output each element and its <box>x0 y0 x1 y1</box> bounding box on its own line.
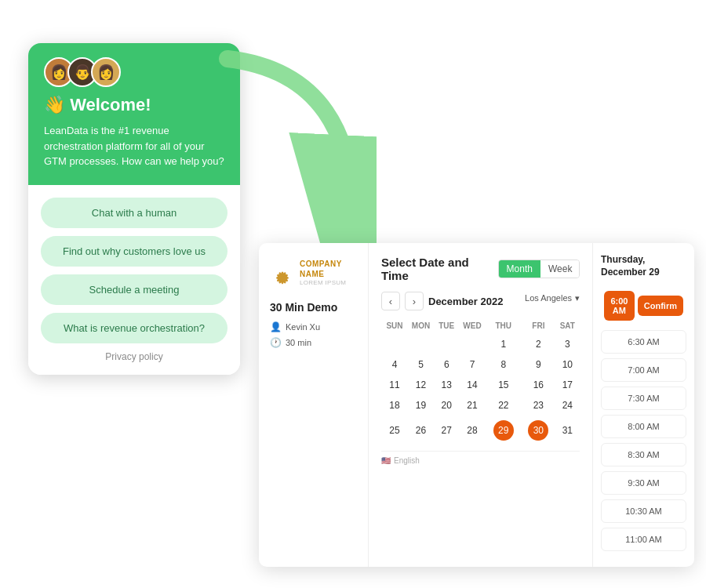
company-sub: LOREM IPSUM <box>300 279 357 287</box>
table-row: 4 5 6 7 8 9 10 <box>383 355 578 374</box>
demo-title: 30 Min Demo <box>270 301 357 314</box>
cal-day[interactable]: 10 <box>557 355 578 374</box>
calendar-main: Select Date and Time Month Week ‹ › Dece… <box>369 243 592 567</box>
chat-human-button[interactable]: Chat with a human <box>41 198 227 228</box>
arrow-decoration <box>204 43 377 263</box>
cal-day[interactable]: 17 <box>557 376 578 394</box>
cal-day[interactable]: 2 <box>522 335 555 354</box>
chat-description: LeanData is the #1 revenue orchestration… <box>44 123 224 169</box>
welcome-text: Welcome! <box>70 95 151 114</box>
cal-day[interactable]: 5 <box>408 355 434 374</box>
time-slot-selected[interactable]: 6:00 AM Confirm <box>601 286 686 325</box>
revenue-orchestration-button[interactable]: What is revenue orchestration? <box>41 313 227 343</box>
calendar-widget: COMPANY NAME LOREM IPSUM 30 Min Demo 👤 K… <box>259 243 694 567</box>
cal-day[interactable]: 13 <box>435 376 457 394</box>
cal-title-text: Select Date and Time <box>381 256 498 282</box>
cal-day[interactable]: 20 <box>435 396 457 415</box>
cal-day-empty <box>408 335 434 354</box>
time-slot-1030[interactable]: 10:30 AM <box>601 499 686 523</box>
table-row: 18 19 20 21 22 23 24 <box>383 396 578 415</box>
language-text: English <box>394 456 420 465</box>
cal-day[interactable]: 6 <box>435 355 457 374</box>
cal-day-empty <box>459 335 485 354</box>
customers-love-button[interactable]: Find out why customers love us <box>41 236 227 267</box>
calendar-time-panel: Thursday, December 29 6:00 AM Confirm 6:… <box>592 243 694 567</box>
cal-day[interactable]: 21 <box>459 396 485 415</box>
duration-text: 30 min <box>286 338 311 347</box>
calendar-grid: SUN MON TUE WED THU FRI SAT 1 2 3 <box>381 317 580 446</box>
cal-day[interactable]: 1 <box>487 335 521 354</box>
clock-icon: 🕐 <box>270 337 282 348</box>
cal-day[interactable]: 16 <box>522 376 555 394</box>
table-row: 25 26 27 28 29 30 31 <box>383 416 578 445</box>
view-toggle: Month Week <box>498 260 580 278</box>
company-logo: COMPANY NAME LOREM IPSUM <box>270 259 357 287</box>
time-slot-700[interactable]: 7:00 AM <box>601 358 686 382</box>
cal-day[interactable]: 27 <box>435 416 457 445</box>
welcome-title: 👋 Welcome! <box>44 95 224 115</box>
cal-day[interactable]: 19 <box>408 396 434 415</box>
cal-day-empty <box>383 335 406 354</box>
timezone-chevron: ▾ <box>575 293 580 303</box>
time-slot-630[interactable]: 6:30 AM <box>601 330 686 354</box>
week-view-button[interactable]: Week <box>540 260 580 278</box>
month-view-button[interactable]: Month <box>499 260 540 278</box>
time-slot-830[interactable]: 8:30 AM <box>601 443 686 466</box>
selected-day-title: Thursday, December 29 <box>601 254 686 278</box>
company-name: COMPANY NAME <box>300 259 357 279</box>
col-mon: MON <box>408 318 434 333</box>
chat-avatars: 👩 👨 👩 <box>44 57 224 87</box>
cal-day[interactable]: 14 <box>459 376 485 394</box>
cal-day-selected[interactable]: 30 <box>522 416 555 445</box>
cal-day-today[interactable]: 29 <box>487 416 521 445</box>
cal-prev-button[interactable]: ‹ <box>381 292 400 310</box>
calendar-footer: 🇺🇸 English <box>381 451 580 465</box>
flag-icon: 🇺🇸 <box>381 456 391 465</box>
person-name: Kevin Xu <box>286 322 320 332</box>
cal-day[interactable]: 3 <box>557 335 578 354</box>
cal-day[interactable]: 18 <box>383 396 406 415</box>
cal-day-empty <box>435 335 457 354</box>
timezone-selector[interactable]: Los Angeles ▾ <box>525 293 580 303</box>
svg-point-6 <box>276 276 289 280</box>
col-sun: SUN <box>383 318 406 333</box>
cal-day[interactable]: 15 <box>487 376 521 394</box>
privacy-link[interactable]: Privacy policy <box>41 351 227 365</box>
person-icon: 👤 <box>270 321 282 332</box>
cal-day[interactable]: 26 <box>408 416 434 445</box>
confirm-button[interactable]: Confirm <box>638 296 683 316</box>
cal-day[interactable]: 12 <box>408 376 434 394</box>
cal-day[interactable]: 7 <box>459 355 485 374</box>
table-row: 1 2 3 <box>383 335 578 354</box>
demo-duration: 🕐 30 min <box>270 337 357 348</box>
month-title: December 2022 <box>428 296 503 307</box>
cal-day[interactable]: 9 <box>522 355 555 374</box>
time-slot-730[interactable]: 7:30 AM <box>601 387 686 410</box>
time-slot-930[interactable]: 9:30 AM <box>601 471 686 495</box>
schedule-meeting-button[interactable]: Schedule a meeting <box>41 274 227 305</box>
cal-day[interactable]: 22 <box>487 396 521 415</box>
cal-next-button[interactable]: › <box>405 292 424 310</box>
cal-day[interactable]: 28 <box>459 416 485 445</box>
cal-day[interactable]: 25 <box>383 416 406 445</box>
col-thu: THU <box>487 318 521 333</box>
company-logo-icon <box>270 260 295 285</box>
cal-day[interactable]: 4 <box>383 355 406 374</box>
timezone-text: Los Angeles <box>525 293 572 303</box>
wave-icon: 👋 <box>44 95 65 114</box>
demo-person: 👤 Kevin Xu <box>270 321 357 332</box>
col-wed: WED <box>459 318 485 333</box>
cal-day[interactable]: 23 <box>522 396 555 415</box>
col-fri: FRI <box>522 318 555 333</box>
time-slot-800[interactable]: 8:00 AM <box>601 415 686 438</box>
time-slot-1100[interactable]: 11:00 AM <box>601 528 686 551</box>
cal-day[interactable]: 8 <box>487 355 521 374</box>
selected-time-label: 6:00 AM <box>604 291 635 321</box>
cal-day[interactable]: 24 <box>557 396 578 415</box>
cal-day[interactable]: 11 <box>383 376 406 394</box>
cal-day[interactable]: 31 <box>557 416 578 445</box>
calendar-left-panel: COMPANY NAME LOREM IPSUM 30 Min Demo 👤 K… <box>259 243 369 567</box>
col-tue: TUE <box>435 318 457 333</box>
calendar-header: Select Date and Time Month Week <box>381 256 580 282</box>
table-row: 11 12 13 14 15 16 17 <box>383 376 578 394</box>
